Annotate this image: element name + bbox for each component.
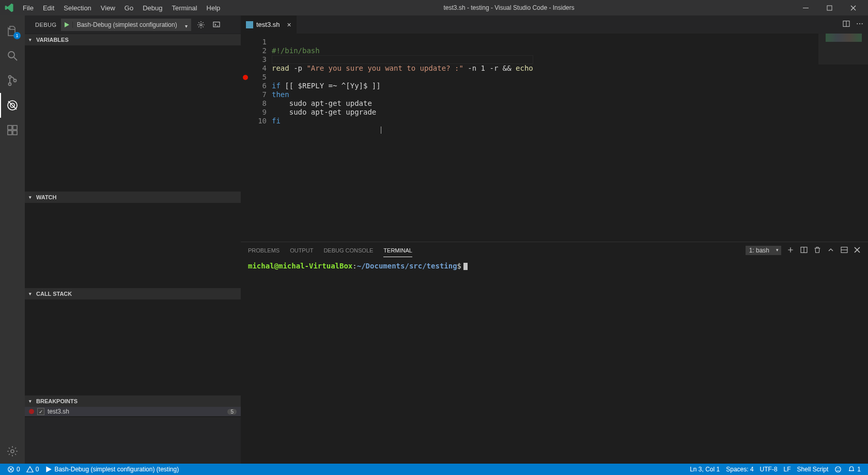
tab-output[interactable]: OUTPUT <box>290 244 313 257</box>
debug-config-name: Bash-Debug (simplest configuration)▾ <box>73 21 191 28</box>
linenum: 9 <box>241 108 267 117</box>
tab-debug-console[interactable]: DEBUG CONSOLE <box>323 244 373 257</box>
status-lang[interactable]: Shell Script <box>794 466 832 473</box>
breakpoint-dot-icon <box>29 409 34 414</box>
more-actions-icon[interactable] <box>856 20 864 29</box>
svg-point-16 <box>857 23 858 24</box>
status-spaces[interactable]: Spaces: 4 <box>723 466 756 473</box>
section-body-watch <box>25 203 241 288</box>
activity-debug[interactable] <box>0 93 25 118</box>
linenum: 4 <box>241 64 267 73</box>
minimap-slider[interactable] <box>818 34 868 65</box>
linenum: 5 <box>241 73 267 82</box>
activity-extensions[interactable] <box>0 118 25 142</box>
status-lncol[interactable]: Ln 3, Col 1 <box>687 466 723 473</box>
section-head-breakpoints[interactable]: ▾BREAKPOINTS <box>25 395 241 407</box>
linenum: 7 <box>241 90 267 99</box>
linenum: 1 <box>241 38 267 46</box>
breakpoint-item[interactable]: test3.sh 5 <box>25 407 241 416</box>
panel-up-icon[interactable] <box>827 246 835 255</box>
section-callstack: ▾CALL STACK <box>25 288 241 395</box>
svg-rect-11 <box>13 131 17 135</box>
section-title-variables: VARIABLES <box>36 37 69 43</box>
code-token: -n 1 -r && <box>463 64 516 72</box>
menu-edit[interactable]: Edit <box>39 2 58 14</box>
editor[interactable]: 1 2 3 4 5 6 7 8 9 10 #!/bin/bash read -p… <box>241 34 868 242</box>
explorer-badge: 1 <box>13 32 21 39</box>
start-debug-icon[interactable] <box>61 22 73 28</box>
svg-rect-0 <box>803 8 809 8</box>
tab-problems[interactable]: PROBLEMS <box>248 244 280 257</box>
kill-terminal-icon[interactable] <box>813 246 822 255</box>
vscode-insiders-icon <box>4 3 14 13</box>
status-bell-count: 1 <box>857 466 861 473</box>
section-body-callstack <box>25 299 241 395</box>
code-token: -p <box>289 64 307 72</box>
activity-search[interactable] <box>0 43 25 68</box>
split-terminal-icon[interactable] <box>800 246 808 255</box>
status-eol[interactable]: LF <box>781 466 794 473</box>
code-token: read <box>272 64 289 72</box>
workbench: 1 DEBUG <box>0 15 868 464</box>
minimize-button[interactable] <box>794 0 817 15</box>
menu-go[interactable]: Go <box>120 2 137 14</box>
tab-close-icon[interactable]: × <box>287 21 291 29</box>
status-errors[interactable]: 0 <box>4 466 23 473</box>
section-head-variables[interactable]: ▾VARIABLES <box>25 34 241 45</box>
menu-selection[interactable]: Selection <box>59 2 95 14</box>
twisty-down-icon: ▾ <box>29 399 34 404</box>
close-button[interactable] <box>841 0 865 15</box>
editor-group: test3.sh × 1 2 3 4 5 6 7 8 9 10 #! <box>241 15 868 464</box>
svg-point-18 <box>862 23 863 24</box>
status-launch[interactable]: Bash-Debug (simplest configuration) (tes… <box>42 466 182 473</box>
tab-terminal[interactable]: TERMINAL <box>383 244 412 257</box>
maximize-panel-icon[interactable] <box>840 246 848 255</box>
split-editor-icon[interactable] <box>842 20 850 29</box>
section-head-watch[interactable]: ▾WATCH <box>25 192 241 203</box>
menu-help[interactable]: Help <box>203 2 225 14</box>
sidebar-title: DEBUG <box>35 22 57 28</box>
breakpoint-glyph-icon[interactable] <box>243 75 248 80</box>
activity-scm[interactable] <box>0 68 25 93</box>
menu-file[interactable]: File <box>19 2 38 14</box>
status-encoding[interactable]: UTF-8 <box>757 466 781 473</box>
debug-console-icon[interactable] <box>211 19 222 30</box>
svg-rect-9 <box>13 125 17 130</box>
section-head-callstack[interactable]: ▾CALL STACK <box>25 288 241 299</box>
svg-rect-1 <box>827 6 832 10</box>
status-notifications[interactable]: 1 <box>845 466 864 473</box>
gutter[interactable]: 1 2 3 4 5 6 7 8 9 10 <box>241 34 272 242</box>
activity-settings[interactable] <box>0 439 25 464</box>
linenum: 10 <box>241 117 267 125</box>
terminal[interactable]: michal@michal-VirtualBox:~/Documents/src… <box>241 259 868 464</box>
svg-point-17 <box>859 23 860 24</box>
new-terminal-icon[interactable] <box>786 246 795 255</box>
menu-view[interactable]: View <box>97 2 119 14</box>
menu-debug[interactable]: Debug <box>138 2 166 14</box>
activity-bar: 1 <box>0 15 25 464</box>
tab-test3[interactable]: test3.sh × <box>241 15 297 34</box>
debug-config-select[interactable]: Bash-Debug (simplest configuration)▾ <box>61 19 191 31</box>
terminal-select[interactable]: 1: bash▾ <box>746 246 781 255</box>
section-variables: ▾VARIABLES <box>25 34 241 191</box>
code-area[interactable]: #!/bin/bash read -p "Are you sure you wa… <box>272 34 533 242</box>
linenum: 6 <box>241 82 267 90</box>
maximize-button[interactable] <box>817 0 841 15</box>
section-title-watch: WATCH <box>36 194 57 200</box>
status-feedback[interactable] <box>831 466 845 473</box>
breakpoint-checkbox[interactable] <box>37 408 44 415</box>
debug-settings-icon[interactable] <box>195 19 207 30</box>
menu-terminal[interactable]: Terminal <box>167 2 201 14</box>
window-title: test3.sh - testing - Visual Studio Code … <box>224 4 794 11</box>
title-bar: File Edit Selection View Go Debug Termin… <box>0 0 868 15</box>
editor-tabs: test3.sh × <box>241 15 868 34</box>
tab-label: test3.sh <box>256 21 280 28</box>
svg-point-22 <box>835 467 841 472</box>
bell-icon <box>848 466 855 473</box>
close-panel-icon[interactable] <box>854 246 861 255</box>
linenum: 8 <box>241 99 267 108</box>
terminal-user: michal@michal-VirtualBox <box>248 262 352 270</box>
status-warnings[interactable]: 0 <box>23 466 42 473</box>
activity-explorer[interactable]: 1 <box>0 19 25 43</box>
play-icon <box>45 466 52 473</box>
